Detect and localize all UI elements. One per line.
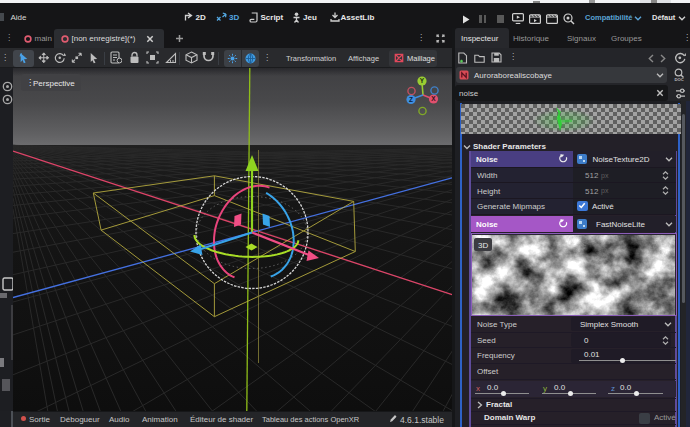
- svg-text:Y: Y: [420, 77, 425, 84]
- svg-text:X: X: [431, 95, 436, 102]
- svg-text:Z: Z: [409, 96, 413, 103]
- svg-text:DOC: DOC: [675, 77, 684, 81]
